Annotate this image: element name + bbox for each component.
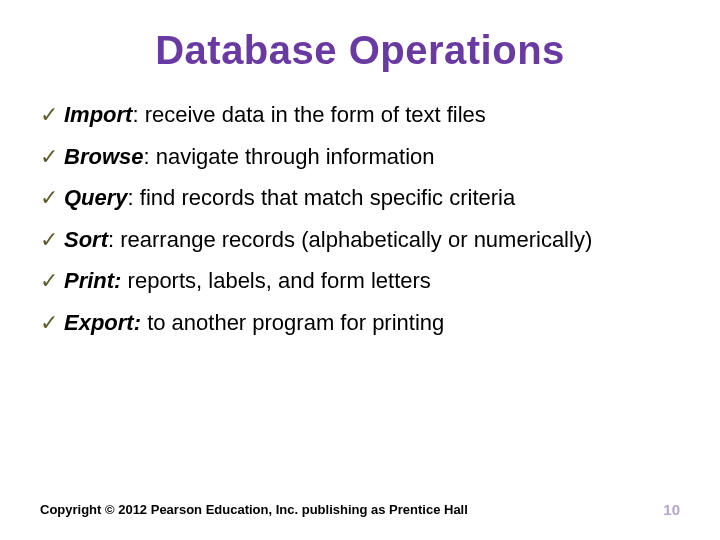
- check-icon: ✓: [40, 143, 58, 171]
- list-item: ✓ Export: to another program for printin…: [40, 309, 680, 337]
- page-title: Database Operations: [40, 28, 680, 73]
- check-icon: ✓: [40, 309, 58, 337]
- desc: rearrange records (alphabetically or num…: [120, 227, 592, 252]
- check-icon: ✓: [40, 101, 58, 129]
- desc: receive data in the form of text files: [145, 102, 486, 127]
- list-item: ✓ Query: find records that match specifi…: [40, 184, 680, 212]
- list-item-text: Sort: rearrange records (alphabetically …: [64, 226, 592, 254]
- sep: :: [132, 102, 144, 127]
- check-icon: ✓: [40, 226, 58, 254]
- list-item-text: Export: to another program for printing: [64, 309, 444, 337]
- copyright-text: Copyright © 2012 Pearson Education, Inc.…: [40, 502, 468, 517]
- list-item-text: Query: find records that match specific …: [64, 184, 515, 212]
- term: Sort: [64, 227, 108, 252]
- page-number: 10: [663, 501, 680, 518]
- term: Export:: [64, 310, 141, 335]
- list-item: ✓ Print: reports, labels, and form lette…: [40, 267, 680, 295]
- list-item: ✓ Import: receive data in the form of te…: [40, 101, 680, 129]
- slide: Database Operations ✓ Import: receive da…: [0, 0, 720, 540]
- desc: find records that match specific criteri…: [140, 185, 515, 210]
- check-icon: ✓: [40, 184, 58, 212]
- term: Print:: [64, 268, 121, 293]
- sep: :: [143, 144, 155, 169]
- term: Import: [64, 102, 132, 127]
- desc: to another program for printing: [147, 310, 444, 335]
- check-icon: ✓: [40, 267, 58, 295]
- bullet-list: ✓ Import: receive data in the form of te…: [40, 101, 680, 336]
- term: Browse: [64, 144, 143, 169]
- sep: :: [108, 227, 120, 252]
- footer: Copyright © 2012 Pearson Education, Inc.…: [40, 501, 680, 518]
- list-item-text: Import: receive data in the form of text…: [64, 101, 486, 129]
- list-item-text: Browse: navigate through information: [64, 143, 435, 171]
- list-item-text: Print: reports, labels, and form letters: [64, 267, 431, 295]
- desc: reports, labels, and form letters: [128, 268, 431, 293]
- desc: navigate through information: [156, 144, 435, 169]
- term: Query: [64, 185, 128, 210]
- sep: :: [128, 185, 140, 210]
- list-item: ✓ Sort: rearrange records (alphabeticall…: [40, 226, 680, 254]
- list-item: ✓ Browse: navigate through information: [40, 143, 680, 171]
